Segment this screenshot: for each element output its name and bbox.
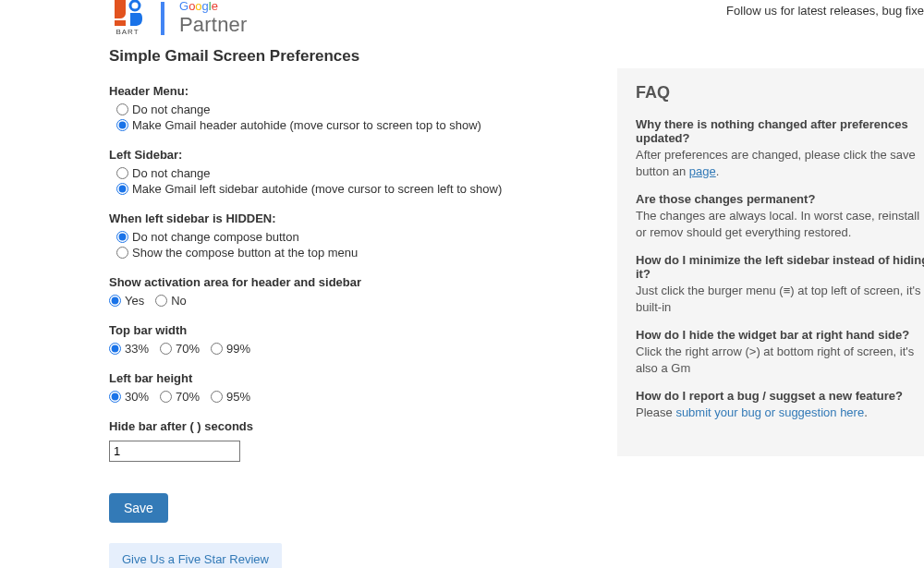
label-header-autohide[interactable]: Make Gmail header autohide (move cursor …: [132, 118, 481, 132]
faq-item: How do I hide the widget bar at right ha…: [636, 328, 924, 376]
label-lbh-95[interactable]: 95%: [226, 390, 250, 404]
bart-logo-text: BART: [116, 28, 139, 36]
faq-question: How do I hide the widget bar at right ha…: [636, 328, 924, 342]
label-header-nochange[interactable]: Do not change: [132, 103, 211, 116]
heading-left-sidebar: Left Sidebar:: [109, 148, 580, 162]
partner-word: Partner: [179, 14, 248, 36]
label-compose-nochange[interactable]: Do not change compose button: [132, 230, 299, 244]
heading-header-menu: Header Menu:: [109, 84, 580, 98]
follow-text: Follow us for latest releases, bug fixe: [726, 4, 924, 18]
faq-answer: The changes are always local. In worst c…: [636, 208, 924, 240]
faq-item: How do I minimize the left sidebar inste…: [636, 253, 924, 315]
faq-answer: After preferences are changed, please cl…: [636, 147, 924, 179]
radio-header-nochange[interactable]: [116, 103, 128, 115]
faq-link[interactable]: page: [689, 164, 716, 178]
faq-answer: Click the right arrow (>) at bottom righ…: [636, 344, 924, 376]
label-tbw-33[interactable]: 33%: [125, 342, 149, 356]
logo-divider: [161, 2, 164, 35]
heading-activation: Show activation area for header and side…: [109, 275, 580, 289]
label-tbw-99[interactable]: 99%: [226, 342, 250, 356]
group-activation: Show activation area for header and side…: [109, 275, 580, 308]
group-header-menu: Header Menu: Do not change Make Gmail he…: [109, 84, 580, 133]
radio-lbh-95[interactable]: [211, 391, 223, 403]
label-activation-no[interactable]: No: [171, 294, 187, 308]
faq-title: FAQ: [636, 83, 924, 103]
page-title: Simple Gmail Screen Preferences: [109, 47, 580, 66]
label-lbh-70[interactable]: 70%: [176, 390, 200, 404]
heading-hidden-sidebar: When left sidebar is HIDDEN:: [109, 211, 580, 225]
radio-activation-no[interactable]: [155, 295, 167, 307]
faq-question: Are those changes permanent?: [636, 192, 924, 206]
faq-panel: FAQ Why there is nothing changed after p…: [617, 68, 924, 456]
radio-tbw-70[interactable]: [160, 343, 172, 355]
label-sidebar-nochange[interactable]: Do not change: [132, 166, 211, 180]
faq-item: Why there is nothing changed after prefe…: [636, 117, 924, 179]
group-hide-after: Hide bar after ( ) seconds: [109, 419, 580, 462]
bart-icon: [113, 0, 142, 26]
radio-compose-topmenu[interactable]: [116, 247, 128, 259]
label-compose-topmenu[interactable]: Show the compose button at the top menu: [132, 246, 358, 260]
group-hidden-sidebar: When left sidebar is HIDDEN: Do not chan…: [109, 211, 580, 260]
faq-answer: Please submit your bug or suggestion her…: [636, 405, 924, 421]
faq-question: How do I minimize the left sidebar inste…: [636, 253, 924, 281]
topbar-follow: Follow us for latest releases, bug fixe: [726, 4, 924, 18]
group-left-sidebar: Left Sidebar: Do not change Make Gmail l…: [109, 148, 580, 197]
radio-sidebar-autohide[interactable]: [116, 183, 128, 195]
heading-leftbar-height: Left bar height: [109, 371, 580, 385]
radio-lbh-70[interactable]: [160, 391, 172, 403]
faq-answer: Just click the burger menu (≡) at top le…: [636, 283, 924, 315]
radio-header-autohide[interactable]: [116, 119, 128, 131]
google-partner-badge: Google Partner: [179, 0, 248, 35]
label-lbh-30[interactable]: 30%: [125, 390, 149, 404]
preferences-form: Simple Gmail Screen Preferences Header M…: [109, 47, 580, 568]
group-leftbar-height: Left bar height 30% 70% 95%: [109, 371, 580, 405]
group-topbar-width: Top bar width 33% 70% 99%: [109, 323, 580, 357]
faq-question: How do I report a bug / suggset a new fe…: [636, 389, 924, 403]
heading-topbar-width: Top bar width: [109, 323, 580, 337]
heading-hide-after: Hide bar after ( ) seconds: [109, 419, 580, 433]
save-button[interactable]: Save: [109, 493, 168, 523]
faq-question: Why there is nothing changed after prefe…: [636, 117, 924, 145]
label-activation-yes[interactable]: Yes: [125, 294, 144, 308]
label-tbw-70[interactable]: 70%: [176, 342, 200, 356]
radio-tbw-33[interactable]: [109, 343, 121, 355]
svg-point-0: [130, 1, 140, 10]
faq-item: Are those changes permanent? The changes…: [636, 192, 924, 240]
faq-item: How do I report a bug / suggset a new fe…: [636, 389, 924, 421]
label-sidebar-autohide[interactable]: Make Gmail left sidebar autohide (move c…: [132, 182, 502, 196]
review-button[interactable]: Give Us a Five Star Review: [109, 543, 282, 568]
bart-logo: BART: [109, 0, 146, 36]
radio-tbw-99[interactable]: [211, 343, 223, 355]
input-hide-seconds[interactable]: [109, 441, 240, 462]
radio-compose-nochange[interactable]: [116, 231, 128, 243]
radio-sidebar-nochange[interactable]: [116, 167, 128, 179]
faq-link[interactable]: submit your bug or suggestion here: [675, 405, 864, 419]
google-word: Google: [179, 0, 248, 13]
radio-activation-yes[interactable]: [109, 295, 121, 307]
radio-lbh-30[interactable]: [109, 391, 121, 403]
